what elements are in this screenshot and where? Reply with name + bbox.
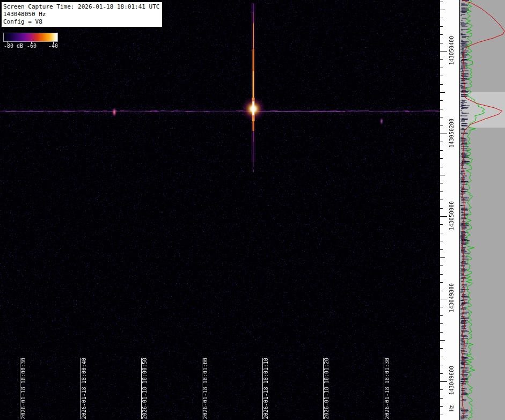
freq-tick-label: 143049600 [449, 366, 455, 395]
freq-tick-label: 143050000 [449, 201, 455, 230]
time-tick-label: 2026-01-18 18:01:20 [324, 358, 330, 419]
freq-minor-tick [440, 208, 443, 209]
freq-minor-tick [440, 291, 443, 291]
freq-minor-tick [440, 191, 443, 192]
frequency-axis: 1430504001430502001430500001430498001430… [440, 0, 459, 420]
freq-minor-tick [440, 282, 443, 283]
freq-minor-tick [440, 249, 443, 250]
color-scale-gradient-bar [3, 33, 58, 42]
freq-minor-tick [440, 117, 443, 117]
freq-minor-tick [440, 415, 443, 415]
time-tick-label: 2026-01-18 18:01:30 [384, 358, 390, 419]
freq-minor-tick [440, 183, 443, 183]
scale-label-minus40: -40 [48, 43, 58, 49]
time-tick-label: 2026-01-18 18:00:50 [142, 358, 148, 419]
freq-minor-tick [440, 365, 443, 365]
freq-minor-tick [440, 18, 443, 18]
freq-minor-tick [440, 389, 443, 390]
freq-minor-tick [440, 398, 443, 399]
time-tick-label: 2026-01-18 18:01:10 [263, 358, 269, 419]
freq-minor-tick [440, 200, 443, 200]
freq-minor-tick [440, 150, 443, 151]
freq-tick-label: 143049800 [449, 283, 455, 312]
freq-minor-tick [440, 266, 443, 266]
freq-minor-tick [440, 158, 443, 159]
center-frequency-text: 143048050 Hz [3, 11, 159, 18]
time-tick-label: 2026-01-18 18:00:40 [81, 358, 87, 419]
time-axis: 2026-01-18 18:00:302026-01-18 18:00:4020… [0, 0, 440, 420]
freq-minor-tick [440, 224, 443, 225]
signal-band-highlight [460, 92, 505, 128]
freq-minor-tick [440, 348, 443, 349]
freq-minor-tick [440, 315, 443, 316]
freq-minor-tick [440, 406, 443, 407]
scale-label-minus60: -60 [27, 43, 36, 49]
freq-minor-tick [440, 241, 443, 241]
freq-minor-tick [440, 175, 445, 175]
freq-minor-tick [440, 126, 443, 126]
freq-minor-tick [440, 332, 443, 333]
scale-label-minus80db: -80 dB [4, 43, 23, 49]
freq-minor-tick [440, 307, 443, 307]
freq-minor-tick [440, 76, 443, 76]
time-tick-label: 2026-01-18 18:00:30 [20, 358, 26, 419]
freq-minor-tick [440, 340, 445, 341]
freq-major-tick [440, 216, 447, 217]
freq-minor-tick [440, 34, 443, 35]
freq-major-tick [440, 381, 447, 382]
spectrum-graph-panel [459, 0, 505, 420]
spectrum-graph [460, 0, 505, 420]
freq-major-tick [440, 299, 447, 299]
freq-minor-tick [440, 26, 443, 27]
freq-minor-tick [440, 357, 443, 357]
freq-minor-tick [440, 373, 443, 374]
freq-minor-tick [440, 92, 445, 93]
time-tick-label: 2026-01-18 18:01:00 [202, 358, 208, 419]
freq-minor-tick [440, 2, 443, 2]
config-text: Config = V8 [3, 18, 159, 26]
freq-minor-tick [440, 109, 443, 109]
freq-minor-tick [440, 274, 443, 275]
capture-info-box: Screen Capture Time: 2026-01-18 18:01:41… [1, 2, 163, 27]
freq-minor-tick [440, 233, 443, 233]
spectrum-lab-screen-capture: 2026-01-18 18:00:302026-01-18 18:00:4020… [0, 0, 505, 420]
freq-minor-tick [440, 84, 443, 85]
freq-minor-tick [440, 142, 443, 142]
freq-axis-unit-label: Hz [449, 405, 455, 411]
freq-tick-label: 143050200 [449, 119, 455, 148]
freq-minor-tick [440, 10, 445, 10]
freq-minor-tick [440, 167, 443, 167]
freq-tick-label: 143050400 [449, 36, 455, 65]
freq-minor-tick [440, 68, 443, 68]
freq-minor-tick [440, 257, 445, 258]
freq-minor-tick [440, 59, 443, 60]
freq-minor-tick [440, 323, 443, 324]
freq-major-tick [440, 134, 447, 134]
capture-time-text: Screen Capture Time: 2026-01-18 18:01:41… [3, 3, 159, 11]
freq-minor-tick [440, 100, 443, 101]
freq-minor-tick [440, 43, 443, 43]
freq-major-tick [440, 51, 447, 51]
color-scale-legend: -80 dB -60 -40 [3, 33, 63, 51]
